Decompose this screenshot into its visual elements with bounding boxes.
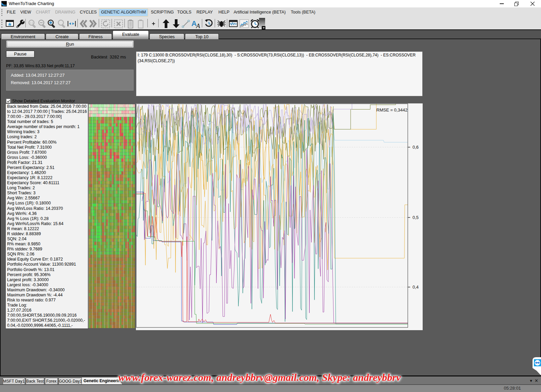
svg-text:RMSE = 0,3442: RMSE = 0,3442	[376, 107, 407, 113]
svg-text:0,6: 0,6	[413, 145, 419, 150]
svg-text:0,5: 0,5	[413, 215, 419, 220]
svg-text:0,4: 0,4	[413, 285, 419, 290]
